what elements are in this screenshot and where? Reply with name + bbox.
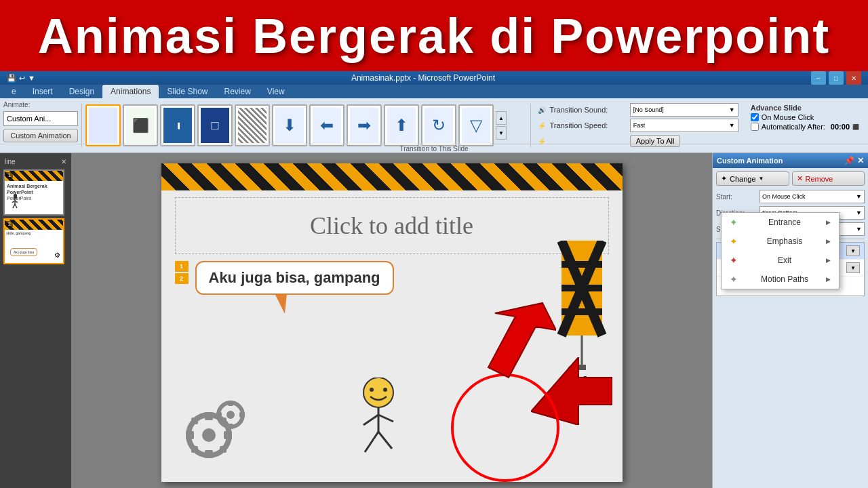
slide-thumb-2[interactable]: 2 slide, gampang Aku juga bisa ⚙ <box>3 218 64 264</box>
emphasis-label: Emphasis <box>767 237 803 246</box>
slide-numbers: 1 2 <box>175 261 189 284</box>
slide-content-area: 1 2 Aku juga bisa, gampang <box>161 261 623 295</box>
remove-icon: ✕ <box>797 174 803 183</box>
transition-sound-row: 🔊 Transition Sound: [No Sound] ▼ <box>538 103 738 117</box>
svg-rect-24 <box>186 431 194 439</box>
slide-thumb-icon-1 <box>10 192 20 211</box>
tab-design[interactable]: Design <box>61 85 102 98</box>
transition-spin[interactable]: ↻ <box>421 104 456 146</box>
gears-container <box>175 398 250 468</box>
change-button[interactable]: ✦ Change ▼ <box>716 171 789 186</box>
svg-line-20 <box>365 432 378 452</box>
animation-dropdown-menu: ✦ Entrance ▶ ✦ Emphasis ▶ ✦ Exit ▶ <box>721 212 840 289</box>
tab-insert[interactable]: Insert <box>24 85 61 98</box>
mouse-click-label: On Mouse Click <box>762 113 814 121</box>
svg-point-33 <box>226 411 235 419</box>
transition-arrow-down[interactable]: ⬇ <box>272 104 307 146</box>
tab-file[interactable]: e <box>3 85 24 98</box>
auto-advance-row: Automatically After: 00:00 ⬛ <box>751 123 859 131</box>
mouse-click-checkbox[interactable] <box>751 113 759 121</box>
panel-close-icon[interactable]: ✕ <box>857 156 864 165</box>
start-label: Start: <box>716 193 757 201</box>
anim-item-2-combo[interactable]: ▼ <box>846 262 860 273</box>
transition-checkerboard-preview <box>238 108 267 143</box>
menu-item-motion-paths[interactable]: ✦ Motion Paths ▶ <box>722 270 839 289</box>
minimize-button[interactable]: − <box>811 71 826 85</box>
menu-item-entrance[interactable]: ✦ Entrance ▶ <box>722 213 839 232</box>
transition-checkerboard[interactable] <box>235 104 270 146</box>
transition-arrow-right[interactable]: ➡ <box>347 104 382 146</box>
custom-animation-button[interactable]: Custom Animation <box>3 129 78 142</box>
start-combo-row: Start: On Mouse Click ▼ <box>716 190 865 203</box>
remove-button[interactable]: ✕ Remove <box>792 171 865 186</box>
slide-num-2: 2 <box>6 221 13 227</box>
speed-combo[interactable]: Fast ▼ <box>630 119 738 132</box>
svg-line-18 <box>363 415 378 425</box>
slide-stripe-1 <box>5 171 63 181</box>
exit-label: Exit <box>778 256 791 265</box>
transition-none[interactable] <box>85 104 121 146</box>
slide-area-wrapper: Click to add title 1 2 Aku juga bisa, ga… <box>71 153 868 488</box>
advance-slide-section: Advance Slide On Mouse Click Automatical… <box>745 101 865 150</box>
tab-slideshow[interactable]: Slide Show <box>159 85 216 98</box>
transition-fade[interactable]: ⬛ <box>123 104 158 146</box>
panel-pin-icon[interactable]: 📌 <box>844 156 854 165</box>
tab-animations[interactable]: Animations <box>102 85 159 98</box>
auto-advance-value: 00:00 <box>831 123 850 131</box>
entrance-arrow: ▶ <box>826 219 831 226</box>
svg-line-4 <box>13 204 15 208</box>
auto-advance-stepper[interactable]: ⬛ <box>852 124 859 130</box>
direction-combo-arrow: ▼ <box>856 209 862 216</box>
svg-point-16 <box>383 388 387 392</box>
slide-stripe-2 <box>5 220 63 230</box>
svg-point-15 <box>370 388 374 392</box>
anim-item-1-combo[interactable]: ▼ <box>846 245 860 256</box>
tab-view[interactable]: View <box>259 85 293 98</box>
auto-advance-checkbox[interactable] <box>751 123 759 131</box>
slide-hazard-stripe <box>161 163 623 190</box>
slide-thumb-gear-2: ⚙ <box>54 248 60 260</box>
quick-access-toolbar: 💾 ↩ ▼ <box>7 74 35 83</box>
maximize-button[interactable]: □ <box>829 71 844 85</box>
transition-wipe[interactable]: ▐ <box>160 104 195 146</box>
transition-options-section: 🔊 Transition Sound: [No Sound] ▼ ⚡ Trans… <box>534 101 742 150</box>
slides-panel-header: line ✕ <box>3 157 68 167</box>
speech-bubble-text: Aku juga bisa, gampang <box>209 269 380 286</box>
undo-icon[interactable]: ↩ <box>19 74 25 83</box>
svg-rect-36 <box>228 401 233 406</box>
svg-rect-37 <box>228 424 233 429</box>
slides-panel-close[interactable]: ✕ <box>61 158 66 165</box>
tab-review[interactable]: Review <box>216 85 258 98</box>
svg-rect-25 <box>224 431 232 439</box>
transition-arrow-down-preview: ⬇ <box>275 108 304 143</box>
scroll-down-arrow[interactable]: ▼ <box>496 126 507 140</box>
menu-item-emphasis[interactable]: ✦ Emphasis ▶ <box>722 232 839 251</box>
red-arrow-canvas <box>531 357 612 428</box>
transition-none-preview <box>89 108 117 143</box>
ribbon-content: Animate: Custom Ani... Custom Animation … <box>0 98 868 153</box>
emphasis-icon: ✦ <box>730 236 738 247</box>
svg-line-19 <box>378 415 393 422</box>
sound-combo[interactable]: [No Sound] ▼ <box>630 103 738 117</box>
panel-titlebar: Custom Animation 📌 ✕ <box>713 153 868 168</box>
transition-arrow-left[interactable]: ⬅ <box>309 104 344 146</box>
menu-item-exit[interactable]: ✦ Exit ▶ <box>722 251 839 270</box>
slide-canvas[interactable]: Click to add title 1 2 Aku juga bisa, ga… <box>161 163 623 482</box>
save-icon[interactable]: 💾 <box>7 74 16 83</box>
slide-thumb-1[interactable]: 1 Animasi Bergerak PowerPoint PowerPoint <box>3 169 64 216</box>
svg-rect-0 <box>14 194 17 199</box>
speed-label: ⚡ Transition Speed: <box>538 121 626 129</box>
dropdown-icon[interactable]: ▼ <box>28 74 35 82</box>
start-combo[interactable]: On Mouse Click ▼ <box>760 190 865 203</box>
exit-arrow: ▶ <box>826 257 831 264</box>
scroll-up-arrow[interactable]: ▲ <box>496 111 507 125</box>
close-button[interactable]: ✕ <box>846 71 861 85</box>
transition-box[interactable]: □ <box>197 104 233 146</box>
transition-wipe-preview: ▐ <box>163 108 192 143</box>
slide-num-1: 1 <box>6 172 13 178</box>
transition-down[interactable]: ▽ <box>458 104 494 146</box>
speech-bubble: Aku juga bisa, gampang <box>195 261 394 295</box>
svg-point-14 <box>363 378 393 407</box>
animate-combo[interactable]: Custom Ani... <box>3 111 78 126</box>
transition-arrow-up[interactable]: ⬆ <box>384 104 419 146</box>
